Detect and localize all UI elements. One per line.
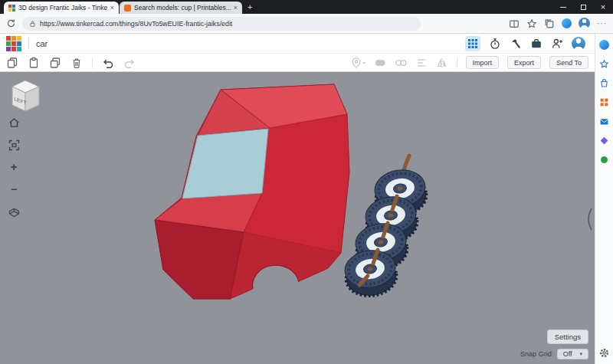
window-controls: × <box>553 0 613 14</box>
tab-title: 3D design Frantic Jaiks - Tinkerc... <box>18 4 107 11</box>
notes-caret-icon: ▾ <box>363 60 366 65</box>
snap-grid-control: Snap Grid Off ▾ <box>520 349 588 359</box>
send-to-button[interactable]: Send To <box>549 56 588 69</box>
address-input[interactable]: https://www.tinkercad.com/things/8UvTo5w… <box>22 17 421 31</box>
align-icon[interactable] <box>415 57 428 69</box>
apps-grid-icon[interactable] <box>465 36 480 51</box>
lock-icon <box>29 20 36 28</box>
group-icon[interactable] <box>374 57 386 69</box>
dropdown-caret-icon: ▾ <box>579 351 582 357</box>
tab-tinkercad[interactable]: 3D design Frantic Jaiks - Tinkerc... × <box>4 2 119 14</box>
tinkercad-favicon <box>8 5 15 11</box>
design-name[interactable]: car <box>36 39 48 48</box>
header-actions <box>465 36 585 51</box>
close-window-button[interactable]: × <box>593 0 613 14</box>
edge-sidebar <box>595 34 613 364</box>
export-button[interactable]: Export <box>507 56 541 69</box>
more-menu-icon[interactable]: ··· <box>597 20 607 28</box>
tab-close-icon[interactable]: × <box>234 4 238 11</box>
user-avatar[interactable] <box>572 37 585 51</box>
editor-toolbar: ▾ Import Export <box>0 54 595 72</box>
toolbox-briefcase-icon[interactable] <box>530 38 543 50</box>
sidebar-settings-icon[interactable] <box>598 347 610 359</box>
new-tab-button[interactable]: + <box>247 2 252 11</box>
zoom-out-button[interactable]: − <box>6 182 21 197</box>
sidebar-games-icon[interactable] <box>598 154 610 166</box>
copilot-icon[interactable] <box>562 18 572 28</box>
tab-close-icon[interactable]: × <box>110 4 114 11</box>
car-model[interactable] <box>155 84 349 299</box>
panel-expand-chevron-icon[interactable] <box>584 207 593 231</box>
maximize-button[interactable] <box>573 0 593 14</box>
sidebar-m365-icon[interactable] <box>598 97 610 108</box>
sidebar-outlook-icon[interactable] <box>598 116 610 127</box>
minimize-button[interactable] <box>553 0 573 14</box>
tools-hammer-icon[interactable] <box>510 38 522 50</box>
notes-pin-icon[interactable]: ▾ <box>350 57 366 69</box>
ungroup-icon[interactable] <box>395 57 407 69</box>
viewport-nav-tools: + − <box>6 115 21 219</box>
browser-profile-avatar[interactable] <box>579 18 590 29</box>
fit-view-icon[interactable] <box>6 137 21 152</box>
toolbar-right-actions: ▾ Import Export <box>350 56 588 69</box>
tinkercad-header: car <box>0 34 595 54</box>
refresh-icon[interactable] <box>6 18 16 28</box>
tab-title: Search models: cup | Printables... <box>134 4 231 11</box>
view-cube[interactable]: LEFT <box>5 75 44 115</box>
sidebar-favorites-icon[interactable] <box>598 58 610 70</box>
duplicate-icon[interactable] <box>49 57 61 69</box>
printables-favicon <box>124 5 131 11</box>
toolbar-divider <box>457 57 457 68</box>
sidebar-designer-icon[interactable] <box>598 135 610 146</box>
home-view-icon[interactable] <box>6 115 21 130</box>
toolbar-divider <box>92 57 93 68</box>
snap-grid-label: Snap Grid <box>520 350 552 358</box>
sim-lab-icon[interactable] <box>489 38 501 50</box>
import-button[interactable]: Import <box>466 56 500 69</box>
browser-tab-bar: 3D design Frantic Jaiks - Tinkerc... × S… <box>0 0 613 14</box>
perspective-toggle-icon[interactable] <box>6 204 21 219</box>
split-screen-icon[interactable] <box>509 18 520 29</box>
paste-icon[interactable] <box>28 57 40 69</box>
undo-icon[interactable] <box>102 57 114 69</box>
invite-person-icon[interactable] <box>551 38 563 50</box>
address-bar-actions: ··· <box>509 18 607 29</box>
sidebar-shopping-icon[interactable] <box>598 77 610 89</box>
favorites-star-icon[interactable] <box>526 18 537 29</box>
header-divider <box>28 38 29 49</box>
tab-printables[interactable]: Search models: cup | Printables... × <box>120 2 242 14</box>
settings-button[interactable]: Settings <box>547 330 588 344</box>
snap-grid-value: Off <box>563 350 572 358</box>
zoom-in-button[interactable]: + <box>6 159 21 175</box>
viewport-canvas[interactable]: LEFT + − <box>0 72 595 364</box>
snap-grid-dropdown[interactable]: Off ▾ <box>557 349 588 359</box>
url-text: https://www.tinkercad.com/things/8UvTo5w… <box>40 20 232 28</box>
browser-address-bar: https://www.tinkercad.com/things/8UvTo5w… <box>0 14 613 34</box>
collections-icon[interactable] <box>544 18 555 29</box>
scene-3d <box>0 72 595 364</box>
delete-icon[interactable] <box>70 57 83 69</box>
copy-icon[interactable] <box>6 57 18 69</box>
redo-icon[interactable] <box>123 57 136 69</box>
mirror-icon[interactable] <box>436 57 448 69</box>
tinkercad-logo[interactable] <box>6 36 21 51</box>
sidebar-copilot-icon[interactable] <box>598 39 610 51</box>
browser-window: 3D design Frantic Jaiks - Tinkerc... × S… <box>0 0 613 364</box>
